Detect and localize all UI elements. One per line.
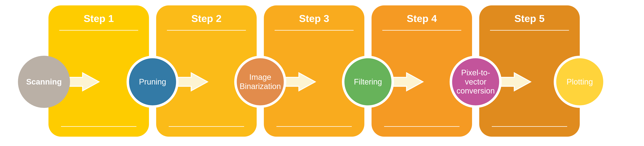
divider-top [490,30,569,31]
circle-label: Plotting [567,77,593,86]
divider-top [382,30,461,31]
step-title: Step 2 [165,13,248,24]
circle-label: Pruning [139,77,166,86]
circle-end: Plotting [554,56,606,108]
divider-top [274,30,354,31]
divider-top [59,30,138,31]
arrow-path [175,73,208,91]
divider-top [167,30,246,31]
circle-start: Scanning [18,56,70,108]
arrow-path [282,73,315,91]
step-title: Step 3 [273,13,356,24]
circle-step-1: Pruning [126,56,178,108]
step-title: Step 1 [58,13,140,24]
circle-label: Pixel-to-vector conversion [456,68,496,95]
circle-label: Scanning [26,77,62,86]
divider-bottom [169,126,244,127]
circle-step-2: Image Binarization [234,56,286,108]
divider-bottom [276,126,352,127]
step-title: Step 5 [488,13,571,24]
divider-bottom [492,126,567,127]
arrow-icon [388,68,424,95]
process-diagram: Step 1 Step 2 Step 3 Step 4 Step 5 [0,0,644,146]
arrow-icon [173,68,209,95]
arrow-icon [64,68,100,95]
divider-bottom [61,126,136,127]
step-title: Step 4 [380,13,463,24]
circle-label: Filtering [354,77,382,86]
arrow-icon [496,68,532,95]
arrow-path [498,73,530,91]
arrow-path [390,73,423,91]
divider-bottom [384,126,460,127]
circle-step-4: Pixel-to-vector conversion [450,56,502,108]
circle-label: Image Binarization [240,73,281,91]
circle-step-3: Filtering [342,56,394,108]
arrow-icon [281,68,317,95]
arrow-path [66,73,99,91]
